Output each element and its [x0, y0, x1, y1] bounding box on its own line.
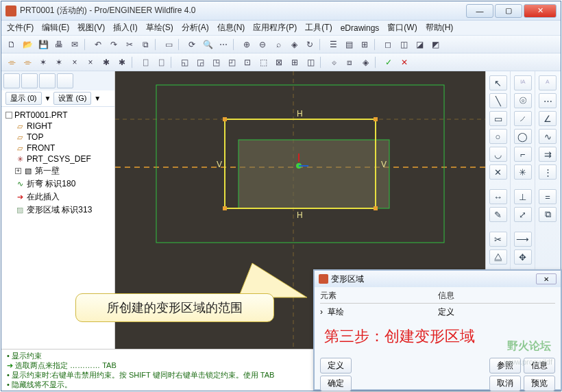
- trim1-icon[interactable]: ✂: [489, 232, 507, 247]
- tree-top[interactable]: ▱TOP: [3, 132, 113, 143]
- pt2-icon[interactable]: ×: [83, 55, 98, 70]
- orient-icon[interactable]: ◈: [286, 37, 302, 52]
- display-icon[interactable]: ▤: [341, 37, 356, 52]
- datum2-icon[interactable]: ⌯: [20, 55, 35, 70]
- pt3-icon[interactable]: ⋮: [539, 164, 557, 180]
- menu-info[interactable]: 信息(N): [217, 22, 245, 34]
- cut-icon[interactable]: ✂: [122, 37, 137, 52]
- undo-icon[interactable]: ↶: [90, 37, 106, 52]
- dim-edit-icon[interactable]: ✎: [489, 207, 507, 222]
- tree-csys[interactable]: ✳PRT_CSYS_DEF: [3, 154, 113, 164]
- zoom-out-icon[interactable]: ⊖: [255, 37, 270, 52]
- tab-conn-icon[interactable]: [57, 73, 73, 88]
- offset-icon[interactable]: ⇉: [539, 147, 557, 162]
- find-icon[interactable]: 🔍: [200, 37, 215, 52]
- tree-deform-area[interactable]: ▨变形区域 标识313: [3, 204, 113, 217]
- sket2-icon[interactable]: ◲: [193, 55, 208, 70]
- new-icon[interactable]: 🗋: [4, 37, 19, 52]
- zoom-fit-icon[interactable]: ⌕: [271, 37, 286, 52]
- print-icon[interactable]: 🖶: [51, 37, 66, 52]
- menu-edrawings[interactable]: eDrawings: [341, 23, 380, 33]
- copy-icon[interactable]: ⧉: [138, 37, 153, 52]
- axis-icon[interactable]: ⊞: [357, 37, 372, 52]
- r-type-icon[interactable]: ᴵᴬ: [514, 75, 532, 90]
- dialog-titlebar[interactable]: 变形区域 ✕: [315, 271, 561, 287]
- sket7-icon[interactable]: ⊠: [271, 55, 286, 70]
- ann1-icon[interactable]: ⎕: [138, 55, 153, 70]
- dialog-close-icon[interactable]: ✕: [536, 273, 557, 284]
- sket3-icon[interactable]: ◳: [208, 55, 223, 70]
- pt1-icon[interactable]: ×: [67, 55, 82, 70]
- cancel-button[interactable]: 取消: [489, 376, 521, 391]
- equal-icon[interactable]: =: [539, 189, 557, 204]
- arc-icon[interactable]: ◡: [489, 147, 507, 162]
- tree-insert-here[interactable]: ➔在此插入: [3, 191, 113, 204]
- maximize-button[interactable]: ▢: [495, 4, 522, 18]
- fillet-icon[interactable]: ⟋: [514, 111, 532, 126]
- shade4-icon[interactable]: ◩: [428, 37, 443, 52]
- con2-icon[interactable]: ⧈: [342, 55, 357, 70]
- ok-button[interactable]: 确定: [320, 376, 352, 391]
- con1-icon[interactable]: ⟐: [326, 55, 341, 70]
- close-button[interactable]: ✕: [524, 4, 557, 18]
- mirror-icon[interactable]: ⧋: [489, 249, 507, 265]
- menu-edit[interactable]: 编辑(E): [42, 22, 69, 34]
- display-dropdown[interactable]: 显示 (0): [5, 92, 42, 105]
- menu-apps[interactable]: 应用程序(P): [253, 22, 297, 34]
- menu-tools[interactable]: 工具(T): [305, 22, 332, 34]
- select-icon[interactable]: ↖: [489, 75, 507, 90]
- tab-fav-icon[interactable]: [39, 73, 56, 88]
- zoom-in-icon[interactable]: ⊕: [239, 37, 254, 52]
- shade3-icon[interactable]: ◪: [412, 37, 427, 52]
- sket9-icon[interactable]: ◫: [303, 55, 318, 70]
- define-button[interactable]: 定义: [320, 358, 352, 373]
- menu-insert[interactable]: 插入(I): [113, 22, 137, 34]
- link-icon[interactable]: ⧉: [539, 207, 557, 222]
- axis2-icon[interactable]: ✶: [51, 55, 66, 70]
- tab-tree-icon[interactable]: [3, 73, 20, 88]
- move-icon[interactable]: ✥: [514, 249, 532, 265]
- spline-icon[interactable]: ⦾: [514, 93, 532, 108]
- regen-icon[interactable]: ⟳: [184, 37, 199, 52]
- mail-icon[interactable]: ✉: [67, 37, 82, 52]
- circle-icon[interactable]: ○: [489, 129, 507, 144]
- tree-bend[interactable]: ∿折弯 标识180: [3, 177, 113, 191]
- tree-right[interactable]: ▱RIGHT: [3, 121, 113, 132]
- ok-icon[interactable]: ✓: [381, 55, 396, 70]
- minimize-button[interactable]: —: [466, 4, 493, 18]
- menu-window[interactable]: 窗口(W): [387, 22, 417, 34]
- sket1-icon[interactable]: ◱: [177, 55, 192, 70]
- extend-icon[interactable]: ⟶: [514, 232, 532, 247]
- chamfer-icon[interactable]: ⌐: [514, 147, 532, 162]
- row-element[interactable]: › 草绘: [320, 306, 438, 318]
- cline-icon[interactable]: ⋯: [539, 93, 557, 108]
- datum1-icon[interactable]: ⌯: [4, 55, 19, 70]
- point-icon[interactable]: ⋯: [216, 37, 231, 52]
- titlebar[interactable]: PRT0001 (活动的) - Pro/ENGINEER Wildfire 4.…: [1, 1, 561, 21]
- sket4-icon[interactable]: ◰: [224, 55, 239, 70]
- sket5-icon[interactable]: ⊡: [240, 55, 255, 70]
- angle-icon[interactable]: ∠: [539, 111, 557, 126]
- tab-folder-icon[interactable]: [21, 73, 38, 88]
- menu-sketch[interactable]: 草绘(S): [146, 22, 173, 34]
- shade2-icon[interactable]: ◫: [396, 37, 411, 52]
- menu-file[interactable]: 文件(F): [7, 22, 34, 34]
- cancel-icon[interactable]: ✕: [397, 55, 412, 70]
- select-icon[interactable]: ▭: [161, 37, 176, 52]
- open-icon[interactable]: 📂: [20, 37, 35, 52]
- perp-icon[interactable]: ⊥: [514, 189, 532, 204]
- settings-dropdown[interactable]: 设置 (G): [53, 92, 91, 105]
- csys2-icon[interactable]: ✱: [114, 55, 130, 70]
- layers-icon[interactable]: ☰: [326, 37, 341, 52]
- sket8-icon[interactable]: ⊞: [287, 55, 302, 70]
- redo-icon[interactable]: ↷: [106, 37, 121, 52]
- ellipse-icon[interactable]: ◯: [514, 129, 532, 144]
- ann2-icon[interactable]: ⎕: [154, 55, 169, 70]
- dim-h-icon[interactable]: ↔: [489, 189, 507, 204]
- csys1-icon[interactable]: ✱: [99, 55, 114, 70]
- shade1-icon[interactable]: ◻: [380, 37, 395, 52]
- coord-icon[interactable]: ✳: [514, 164, 532, 180]
- con3-icon[interactable]: ◈: [358, 55, 373, 70]
- axis1-icon[interactable]: ✶: [36, 55, 51, 70]
- save-icon[interactable]: 💾: [36, 37, 51, 52]
